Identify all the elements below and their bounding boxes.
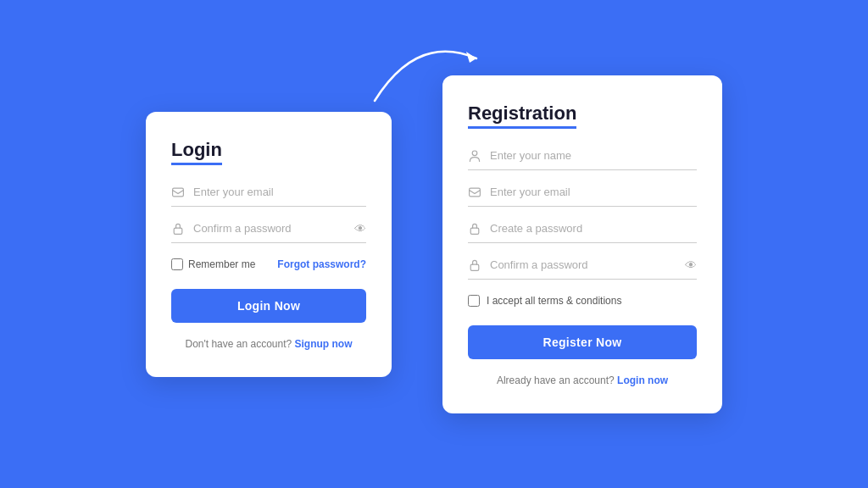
register-button[interactable]: Register Now	[468, 325, 697, 359]
person-icon	[468, 149, 481, 163]
login-link[interactable]: Login now	[617, 374, 668, 386]
email-icon	[171, 186, 185, 199]
svg-rect-5	[470, 228, 479, 234]
login-email-input[interactable]	[193, 186, 366, 198]
reg-create-password-group	[468, 222, 697, 243]
terms-label: I accept all terms & conditions	[487, 295, 621, 307]
reg-email-group	[468, 186, 697, 207]
svg-rect-2	[174, 228, 182, 234]
reg-email-input[interactable]	[490, 186, 697, 198]
reg-create-password-input[interactable]	[490, 222, 697, 235]
reg-name-input[interactable]	[490, 149, 697, 162]
lock-icon-create	[468, 222, 481, 236]
svg-rect-1	[173, 188, 184, 197]
terms-row: I accept all terms & conditions	[468, 295, 697, 307]
remember-checkbox[interactable]	[171, 258, 183, 270]
login-footer-text: Don't have an account?	[185, 338, 292, 350]
eye-icon[interactable]: 👁	[354, 222, 366, 236]
cards-container: Login 👁 Remember me Forgot password? Log	[146, 75, 722, 413]
eye-icon-reg[interactable]: 👁	[685, 258, 697, 272]
remember-left: Remember me	[171, 258, 255, 270]
login-password-input[interactable]	[193, 222, 366, 235]
login-card: Login 👁 Remember me Forgot password? Log	[146, 112, 392, 377]
reg-confirm-password-input[interactable]	[490, 258, 697, 271]
svg-point-3	[472, 151, 477, 156]
email-icon-reg	[468, 186, 481, 199]
registration-footer: Already have an account? Login now	[468, 374, 697, 386]
reg-name-group	[468, 149, 697, 170]
reg-confirm-password-group: 👁	[468, 258, 697, 280]
svg-rect-4	[470, 188, 481, 197]
lock-icon-confirm	[468, 258, 481, 272]
login-email-group	[171, 186, 366, 207]
svg-marker-0	[466, 52, 476, 63]
signup-link[interactable]: Signup now	[295, 338, 353, 350]
registration-footer-text: Already have an account?	[497, 374, 615, 386]
login-title: Login	[171, 139, 222, 165]
terms-checkbox[interactable]	[468, 295, 480, 307]
login-button[interactable]: Login Now	[171, 289, 366, 323]
remember-row: Remember me Forgot password?	[171, 258, 366, 270]
remember-label: Remember me	[188, 258, 255, 270]
lock-icon	[171, 222, 185, 236]
login-password-group: 👁	[171, 222, 366, 243]
registration-title: Registration	[468, 103, 576, 129]
forgot-password-link[interactable]: Forgot password?	[277, 258, 366, 270]
login-footer: Don't have an account? Signup now	[171, 338, 366, 350]
svg-rect-6	[470, 264, 479, 270]
registration-card: Registration	[442, 75, 722, 413]
